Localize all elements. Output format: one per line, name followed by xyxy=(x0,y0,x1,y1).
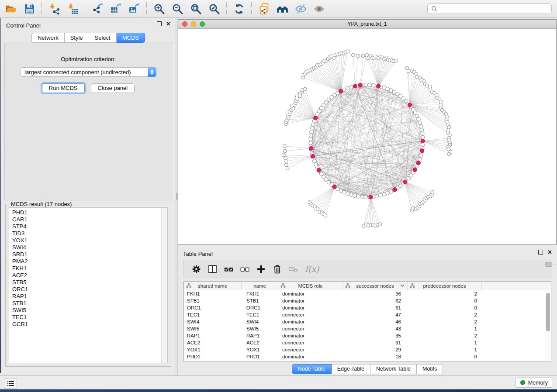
graph-node[interactable] xyxy=(386,87,389,90)
graph-node[interactable] xyxy=(311,123,315,126)
graph-dominator-node[interactable] xyxy=(421,139,425,143)
mcds-result-item[interactable]: STP4 xyxy=(12,223,167,230)
column-header-shared-name[interactable]: shared name xyxy=(184,282,242,290)
table-row[interactable]: PHD1PHD1dominator180 xyxy=(184,353,551,360)
memory-button[interactable]: Memory xyxy=(515,378,553,388)
function-builder-button[interactable]: f(x) xyxy=(301,261,323,276)
graph-dominator-node[interactable] xyxy=(358,83,362,87)
graph-node[interactable] xyxy=(418,121,422,124)
graph-node[interactable] xyxy=(378,223,382,226)
graph-node[interactable] xyxy=(349,193,353,196)
graph-node[interactable] xyxy=(394,59,398,62)
graph-dominator-node[interactable] xyxy=(317,168,321,172)
mcds-result-item[interactable]: STB1 xyxy=(12,300,167,307)
add-column-button[interactable] xyxy=(253,261,269,276)
float-panel-icon[interactable] xyxy=(157,21,162,26)
graph-node[interactable] xyxy=(312,159,316,162)
graph-dominator-node[interactable] xyxy=(416,161,420,165)
search-input[interactable] xyxy=(440,5,548,13)
mcds-result-item[interactable]: GCR1 xyxy=(12,321,167,328)
graph-node[interactable] xyxy=(310,126,314,130)
table-row[interactable]: STB1STB1dominator620 xyxy=(184,297,551,304)
tab-network[interactable]: Network xyxy=(31,33,65,43)
graph-dominator-node[interactable] xyxy=(408,103,412,107)
tab-edge-table[interactable]: Edge Table xyxy=(332,364,370,374)
table-row[interactable]: ORC1ORC1dominator610 xyxy=(184,304,551,311)
graph-dominator-node[interactable] xyxy=(332,185,336,189)
table-row[interactable]: FKH1FKH1dominator962 xyxy=(184,290,551,297)
graph-dominator-node[interactable] xyxy=(339,89,343,93)
export-table-button[interactable] xyxy=(107,1,125,16)
select-all-button[interactable] xyxy=(221,261,237,276)
graph-node[interactable] xyxy=(309,141,312,144)
graph-node[interactable] xyxy=(314,162,317,166)
graph-node[interactable] xyxy=(386,191,389,195)
graph-node[interactable] xyxy=(407,69,410,73)
graph-node[interactable] xyxy=(419,124,422,128)
mcds-result-item[interactable]: YOX1 xyxy=(12,237,167,244)
graph-node[interactable] xyxy=(309,137,312,141)
show-columns-button[interactable] xyxy=(204,261,221,276)
graph-node[interactable] xyxy=(315,113,319,116)
tab-select[interactable]: Select xyxy=(89,33,117,43)
graph-node[interactable] xyxy=(349,85,353,89)
zoom-in-button[interactable] xyxy=(150,1,168,16)
mcds-result-item[interactable]: ORC1 xyxy=(12,286,167,293)
hide-selected-button[interactable] xyxy=(291,1,310,16)
table-row[interactable]: SWI5SWI5connector431 xyxy=(184,325,551,332)
delete-column-button[interactable] xyxy=(269,261,285,276)
graph-node[interactable] xyxy=(392,90,396,94)
network-graph[interactable] xyxy=(178,29,556,244)
graph-dominator-node[interactable] xyxy=(377,84,381,88)
open-session-button[interactable] xyxy=(2,1,20,16)
graph-node[interactable] xyxy=(282,153,285,157)
graph-node[interactable] xyxy=(382,193,386,196)
splitter-grip[interactable] xyxy=(545,262,552,267)
network-canvas[interactable] xyxy=(178,29,556,244)
graph-node[interactable] xyxy=(389,89,393,92)
graph-node[interactable] xyxy=(371,83,375,87)
network-window-titlebar[interactable]: YPA_prune.txt_1 xyxy=(178,20,556,29)
run-mcds-button[interactable]: Run MCDS xyxy=(42,83,85,93)
column-header-mcds-role[interactable]: MCDS role xyxy=(278,282,343,290)
graph-node[interactable] xyxy=(356,195,360,198)
graph-dominator-node[interactable] xyxy=(393,188,397,192)
graph-node[interactable] xyxy=(389,190,393,193)
graph-node[interactable] xyxy=(283,149,287,153)
graph-dominator-node[interactable] xyxy=(309,146,313,150)
graph-dominator-node[interactable] xyxy=(420,149,424,153)
graph-node[interactable] xyxy=(375,194,379,198)
float-panel-icon[interactable] xyxy=(538,250,543,254)
tab-motifs[interactable]: Motifs xyxy=(417,364,443,374)
mcds-result-item[interactable]: SWI5 xyxy=(12,307,167,314)
show-all-button[interactable] xyxy=(310,1,328,16)
close-panel-button[interactable]: Close panel xyxy=(91,83,135,93)
mcds-result-item[interactable]: PMA2 xyxy=(12,258,167,265)
graph-node[interactable] xyxy=(415,72,418,76)
table-settings-button[interactable] xyxy=(188,261,204,276)
task-history-button[interactable] xyxy=(4,378,17,389)
graph-node[interactable] xyxy=(284,160,288,163)
table-row[interactable]: SWI4SWI4dominator462 xyxy=(184,318,551,325)
graph-node[interactable] xyxy=(420,128,423,131)
mcds-result-item[interactable]: TID3 xyxy=(12,230,167,237)
mcds-result-item[interactable]: STB5 xyxy=(12,279,167,286)
zoom-fit-button[interactable] xyxy=(187,1,205,16)
table-row[interactable]: RAP1RAP1dominator352 xyxy=(184,332,551,339)
graph-node[interactable] xyxy=(428,85,432,88)
save-session-button[interactable] xyxy=(20,1,38,16)
graph-node[interactable] xyxy=(447,152,451,156)
graph-node[interactable] xyxy=(309,134,312,137)
graph-node[interactable] xyxy=(431,190,434,194)
table-row[interactable]: TEC1TEC1connector472 xyxy=(184,311,551,318)
mcds-result-item[interactable]: RAP1 xyxy=(12,293,167,300)
graph-node[interactable] xyxy=(353,194,356,197)
graph-node[interactable] xyxy=(421,143,425,146)
zoom-selected-button[interactable] xyxy=(205,1,223,16)
export-image-button[interactable] xyxy=(125,1,143,16)
mcds-result-item[interactable]: PHD1 xyxy=(12,209,167,216)
graph-dominator-node[interactable] xyxy=(311,154,315,158)
graph-node[interactable] xyxy=(324,214,327,217)
mcds-result-item[interactable]: SWI4 xyxy=(12,244,167,251)
graph-dominator-node[interactable] xyxy=(413,168,417,172)
